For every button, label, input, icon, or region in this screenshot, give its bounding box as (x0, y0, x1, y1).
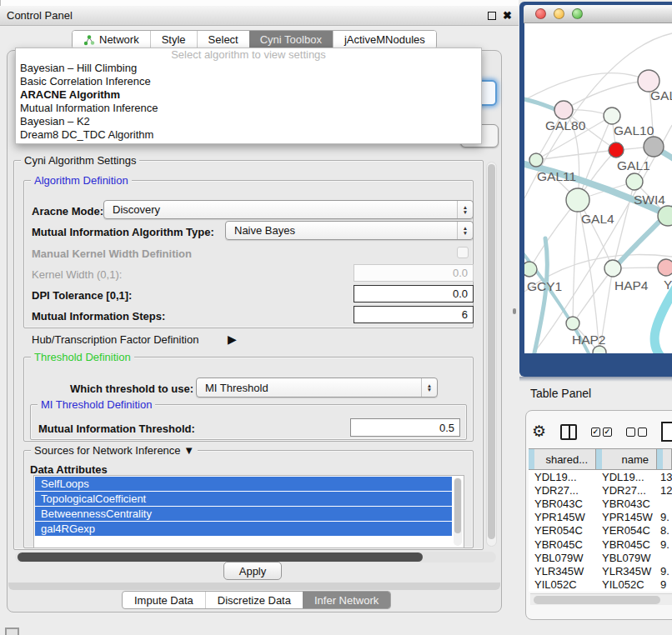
mi-type-combobox[interactable]: Naive Bayes ▲▼ (225, 221, 474, 240)
table-horizontal-scrollbar[interactable] (530, 593, 672, 605)
dpi-tolerance-field[interactable]: 0.0 (354, 285, 474, 302)
column-header-cut[interactable] (657, 449, 672, 469)
split-columns-icon[interactable] (560, 424, 577, 440)
aracne-mode-combobox[interactable]: Discovery ▲▼ (103, 200, 474, 219)
which-threshold-label: Which threshold to use: (70, 382, 193, 395)
aracne-mode-label: Aracne Mode: (32, 205, 103, 218)
node-swi4[interactable] (626, 173, 643, 190)
list-vertical-scrollbar[interactable] (454, 478, 462, 546)
cell: 13 (657, 471, 672, 483)
sources-title[interactable]: Sources for Network Inference ▼ (31, 444, 198, 457)
settings-horizontal-scrollbar-thumb[interactable] (18, 552, 423, 562)
document-icon[interactable] (661, 422, 672, 442)
column-header-name[interactable]: name (596, 449, 657, 469)
dock-grip-icon[interactable] (5, 628, 19, 635)
popup-item-bayesian-hill-climbing[interactable]: Bayesian – Hill Climbing (16, 62, 481, 75)
panel-bottom-band (8, 582, 500, 590)
checked-box-icon: ✓ (603, 428, 612, 437)
window-shadow (519, 377, 672, 382)
expand-arrow-icon[interactable]: ▶ (228, 332, 237, 346)
manual-kernel-checkbox[interactable] (457, 247, 469, 258)
table-header-row: shared... name (529, 448, 672, 470)
node-gal1-red[interactable] (609, 142, 624, 158)
table-row[interactable]: YBL079W YBL079W (529, 551, 672, 564)
minimize-traffic-light-icon[interactable] (554, 8, 564, 19)
cell: 12 (657, 484, 672, 497)
settings-vertical-scrollbar-thumb[interactable] (488, 164, 495, 539)
node-right-green[interactable] (658, 206, 672, 226)
table-row[interactable]: YBR045C YBR045C 9. (529, 538, 672, 551)
popup-item-bayesian-k2[interactable]: Bayesian – K2 (16, 115, 481, 128)
list-item-topologicalcoefficient[interactable]: TopologicalCoefficient (35, 492, 452, 506)
control-panel-title: Control Panel (7, 9, 73, 22)
mi-type-value: Naive Bayes (234, 224, 295, 237)
cell: YBL079W (596, 552, 657, 564)
table-row[interactable]: YER054C YER054C 8. (529, 524, 672, 538)
manual-kernel-label: Manual Kernel Width Definition (32, 248, 192, 260)
node-gal10[interactable] (604, 108, 620, 124)
tab-discretize-data[interactable]: Discretize Data (205, 592, 303, 608)
algorithm-dropdown-popup: Select algorithm to view settings Bayesi… (15, 48, 482, 144)
node-attribute-table[interactable]: shared... name YDL19... YDL19... 13 YDR2… (529, 448, 672, 592)
node-hap2[interactable] (566, 317, 579, 330)
tab-network-label: Network (99, 33, 139, 46)
which-threshold-combobox[interactable]: MI Threshold ▲▼ (196, 378, 438, 398)
list-item-gal4rgexp[interactable]: gal4RGexp (35, 522, 452, 536)
table-row[interactable]: YLR345W YLR345W 9. (529, 564, 672, 578)
node-pink-right[interactable] (658, 259, 672, 276)
tab-style-label: Style (162, 33, 186, 46)
node-hap4[interactable] (604, 260, 621, 277)
data-attributes-list[interactable]: SelfLoops TopologicalCoefficient Between… (33, 475, 464, 548)
popup-item-basic-correlation[interactable]: Basic Correlation Inference (16, 75, 481, 88)
tab-infer-network[interactable]: Infer Network (303, 592, 390, 608)
table-horizontal-scrollbar-thumb[interactable] (534, 596, 660, 604)
node-gal4[interactable] (566, 188, 589, 212)
list-vertical-scrollbar-thumb[interactable] (454, 478, 461, 533)
table-row[interactable]: YIL052C YIL052C 9 (529, 578, 672, 592)
table-row[interactable]: YDR27... YDR27... 12 (529, 483, 672, 497)
apply-button[interactable]: Apply (223, 562, 282, 580)
popup-item-mutual-information[interactable]: Mutual Information Inference (16, 102, 481, 115)
mi-threshold-definition-title: MI Threshold Definition (38, 398, 155, 411)
node-gal80[interactable] (554, 101, 573, 119)
table-row[interactable]: YPR145W YPR145W 9. (529, 511, 672, 524)
column-header-shared-name[interactable]: shared... (529, 449, 596, 469)
cell: YLR345W (529, 565, 596, 578)
hub-definition-label[interactable]: Hub/Transcription Factor Definition (32, 333, 198, 346)
popup-item-dream8[interactable]: Dream8 DC_TDC Algorithm (16, 128, 481, 142)
close-icon[interactable]: ✖ (503, 12, 512, 20)
deselect-all-checkboxes-icon[interactable] (626, 428, 647, 437)
network-window-titlebar[interactable] (524, 5, 672, 23)
tab-impute-data[interactable]: Impute Data (123, 592, 205, 608)
tab-jactivemnodules[interactable]: jActiveMNodules (333, 31, 436, 48)
sources-title-text: Sources for Network Inference (34, 444, 181, 457)
tab-select[interactable]: Select (197, 31, 249, 48)
tab-style[interactable]: Style (150, 31, 197, 48)
node-gcy1[interactable] (524, 262, 537, 277)
tab-cyni-toolbox[interactable]: Cyni Toolbox (249, 31, 333, 48)
node-bottom[interactable] (593, 346, 606, 353)
settings-vertical-scrollbar[interactable] (486, 162, 497, 547)
dpi-tolerance-label: DPI Tolerance [0,1]: (32, 289, 132, 302)
panel-splitter-handle[interactable] (513, 308, 516, 314)
popup-item-aracne[interactable]: ARACNE Algorithm (16, 88, 481, 102)
mi-threshold-field[interactable]: 0.5 (350, 418, 460, 437)
table-row[interactable]: YBR043C YBR043C (529, 497, 672, 510)
list-item-selfloops[interactable]: SelfLoops (35, 477, 452, 491)
zoom-traffic-light-icon[interactable] (572, 8, 583, 19)
node-gal11[interactable] (529, 153, 543, 167)
kernel-width-field[interactable]: 0.0 (354, 264, 474, 282)
select-all-checkboxes-icon[interactable]: ✓ ✓ (591, 428, 612, 437)
popup-placeholder: Select algorithm to view settings (16, 48, 481, 62)
gear-icon[interactable]: ⚙ (532, 423, 546, 440)
table-row[interactable]: YDL19... YDL19... 13 (529, 470, 672, 483)
spinner-arrows-icon: ▲▼ (457, 222, 473, 239)
network-canvas[interactable]: GAL GAL80 GAL10 GAL1 GAL11 SWI4 GAL4 GCY… (524, 23, 672, 353)
node-gray[interactable] (644, 137, 664, 157)
tab-network[interactable]: Network (73, 31, 150, 48)
close-traffic-light-icon[interactable] (535, 8, 546, 19)
float-window-icon[interactable] (488, 12, 496, 20)
list-item-betweennesscentrality[interactable]: BetweennessCentrality (35, 507, 452, 521)
mi-steps-field[interactable]: 6 (354, 306, 474, 323)
node-label: GAL80 (545, 118, 586, 132)
